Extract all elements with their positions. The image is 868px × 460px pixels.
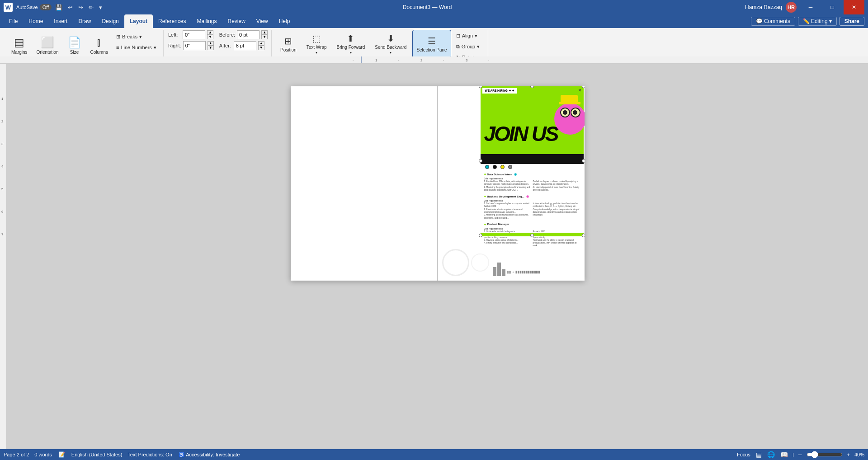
- indent-right-spinner: ▲ ▼: [208, 41, 214, 50]
- zoom-level[interactable]: 40%: [854, 452, 864, 457]
- size-button[interactable]: 📄 Size: [64, 30, 85, 61]
- indent-left-row: Left: ▲ ▼: [168, 30, 214, 40]
- tab-insert[interactable]: Insert: [48, 14, 73, 28]
- zoom-out-button[interactable]: ─: [797, 452, 803, 457]
- page-info: Page 2 of 2: [4, 452, 29, 457]
- accessibility-icon: ♿: [179, 452, 185, 457]
- share-button[interactable]: Share: [840, 17, 864, 26]
- tab-help[interactable]: Help: [274, 14, 296, 28]
- custom-quick-access-button[interactable]: ✏: [87, 3, 95, 12]
- line-numbers-dropdown-icon: ▾: [154, 45, 156, 51]
- svg-text:5: 5: [1, 187, 4, 191]
- orientation-button[interactable]: ⬜ Orientation: [33, 30, 63, 61]
- editing-button[interactable]: ✏️ Editing ▾: [798, 17, 837, 26]
- group-button[interactable]: ⧉ Group ▾: [453, 42, 484, 52]
- selection-handle-bm[interactable]: [530, 234, 534, 237]
- page-spread: WE ARE HIRING ✦ ✦ ✕ JOIN US: [291, 86, 585, 281]
- indent-left-input[interactable]: [183, 30, 205, 39]
- tab-view[interactable]: View: [251, 14, 274, 28]
- reader-view-button[interactable]: 📖: [779, 451, 789, 458]
- document-area[interactable]: WE ARE HIRING ✦ ✦ ✕ JOIN US: [0, 64, 868, 449]
- tab-references[interactable]: References: [153, 14, 191, 28]
- svg-text:2: 2: [1, 119, 4, 123]
- selection-handle-br[interactable]: [582, 234, 585, 237]
- selection-handle-bl[interactable]: [479, 234, 482, 237]
- quick-access-toolbar: AutoSave Off 💾 ↩ ↪ ✏ ▾: [16, 3, 104, 12]
- spacing-after-up[interactable]: ▲: [258, 41, 264, 46]
- indent-right-input[interactable]: [183, 41, 206, 50]
- send-backward-button[interactable]: ⬇ Send Backward ▾: [371, 30, 410, 58]
- indent-right-down[interactable]: ▼: [208, 46, 214, 50]
- selection-pane-button[interactable]: ☰ Selection Pane: [412, 30, 451, 58]
- ribbon-tabs: File Home Insert Draw Design Layout Refe…: [2, 14, 295, 28]
- zoom-in-button[interactable]: +: [846, 452, 851, 457]
- send-backward-dropdown-icon: ▾: [390, 51, 392, 55]
- page-2[interactable]: WE ARE HIRING ✦ ✦ ✕ JOIN US: [438, 86, 585, 281]
- web-layout-view-button[interactable]: 🌐: [766, 451, 776, 458]
- word-app-icon: W: [4, 3, 13, 12]
- page-1[interactable]: [291, 86, 438, 281]
- flyer-image[interactable]: WE ARE HIRING ✦ ✦ ✕ JOIN US: [481, 86, 584, 235]
- columns-button[interactable]: ⫿ Columns: [86, 30, 112, 61]
- indent-left-up[interactable]: ▲: [207, 30, 213, 35]
- align-dropdown-icon: ▾: [475, 33, 477, 39]
- minimize-button[interactable]: ─: [800, 0, 821, 14]
- user-name: Hamza Razzaq: [745, 4, 782, 10]
- language[interactable]: English (United States): [71, 452, 123, 457]
- comments-label: Comments: [764, 18, 790, 24]
- text-wrap-button[interactable]: ⬚ Text Wrap ▾: [302, 30, 331, 58]
- quick-access-more[interactable]: ▾: [97, 3, 104, 12]
- svg-text:4: 4: [1, 164, 4, 169]
- breaks-button[interactable]: ⊞ Breaks ▾: [113, 32, 160, 42]
- align-icon: ⊟: [456, 33, 460, 39]
- position-button[interactable]: ⊞ Position: [276, 30, 301, 58]
- save-button[interactable]: 💾: [53, 3, 64, 12]
- proofing-icon[interactable]: 📝: [57, 451, 66, 458]
- margins-icon: ▤: [14, 36, 24, 49]
- svg-text:·: ·: [353, 58, 354, 62]
- redo-button[interactable]: ↪: [76, 3, 85, 12]
- autosave-toggle[interactable]: Off: [40, 4, 52, 10]
- bring-forward-button[interactable]: ⬆ Bring Forward ▾: [333, 30, 369, 58]
- tab-draw[interactable]: Draw: [73, 14, 96, 28]
- undo-button[interactable]: ↩: [66, 3, 75, 12]
- tab-home[interactable]: Home: [23, 14, 48, 28]
- selection-handle-mr[interactable]: [582, 159, 585, 163]
- tab-review[interactable]: Review: [222, 14, 250, 28]
- margins-button[interactable]: ▤ Margins: [7, 30, 32, 61]
- spacing-before-input[interactable]: [237, 30, 259, 39]
- accessibility-button[interactable]: ♿ Accessibility: Investigate: [178, 452, 241, 458]
- spacing-before-up[interactable]: ▲: [261, 30, 268, 35]
- align-button[interactable]: ⊟ Align ▾: [453, 31, 484, 41]
- tab-mailings[interactable]: Mailings: [191, 14, 222, 28]
- title-bar: W AutoSave Off 💾 ↩ ↪ ✏ ▾ Document3 — Wor…: [0, 0, 868, 14]
- autosave-label: AutoSave: [16, 5, 38, 10]
- spacing-after-row: After: ▲ ▼: [219, 41, 268, 51]
- indent-right-up[interactable]: ▲: [208, 41, 214, 46]
- close-button[interactable]: ✕: [844, 0, 864, 14]
- tab-layout[interactable]: Layout: [124, 14, 153, 28]
- spacing-after-input[interactable]: [234, 41, 256, 50]
- selection-handle-ml[interactable]: [479, 159, 482, 163]
- svg-text:6: 6: [1, 210, 4, 214]
- spacing-before-down[interactable]: ▼: [261, 35, 268, 39]
- status-right: Focus ▤ 🌐 📖 | ─ + 40%: [736, 451, 864, 458]
- line-numbers-button[interactable]: ≡ Line Numbers ▾: [113, 42, 160, 52]
- tab-design[interactable]: Design: [96, 14, 124, 28]
- black-bar: [481, 154, 584, 164]
- accessibility-label: Accessibility: Investigate: [186, 452, 240, 457]
- text-wrap-dropdown-icon: ▾: [316, 51, 317, 55]
- svg-rect-10: [361, 56, 362, 64]
- comments-button[interactable]: 💬 Comments: [751, 17, 795, 26]
- print-layout-view-button[interactable]: ▤: [755, 451, 763, 458]
- maximize-button[interactable]: □: [822, 0, 843, 14]
- tab-file[interactable]: File: [4, 14, 23, 28]
- focus-button[interactable]: Focus: [736, 452, 751, 457]
- avatar[interactable]: HR: [786, 2, 797, 13]
- margins-label: Margins: [11, 50, 28, 55]
- indent-left-down[interactable]: ▼: [207, 35, 213, 39]
- zoom-slider[interactable]: [807, 451, 843, 458]
- orientation-icon: ⬜: [41, 36, 54, 49]
- spacing-after-down[interactable]: ▼: [258, 46, 264, 50]
- editing-label: Editing: [811, 18, 828, 24]
